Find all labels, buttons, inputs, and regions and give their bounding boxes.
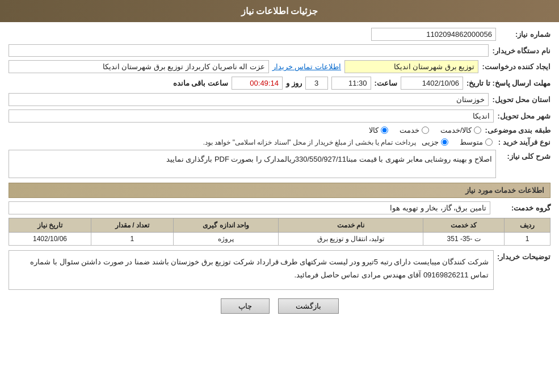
category-radio-group: کالا/خدمت خدمت کالا: [369, 126, 482, 134]
creator-value-field: توزیع برق شهرستان اندیکا: [344, 60, 478, 73]
category-label: طبقه بندی موضوعی:: [485, 126, 550, 134]
deadline-remaining-label: ساعت باقی مانده: [173, 79, 228, 87]
purchase-jozii-label: جزیی: [422, 138, 439, 146]
deadline-remaining-field: 00:49:14: [232, 77, 283, 90]
table-col-date: تاریخ نیاز: [9, 218, 91, 233]
services-section-header: اطلاعات خدمات مورد نیاز: [9, 183, 550, 198]
city-label: شهر محل تحویل:: [497, 112, 550, 120]
city-field: اندیکا: [9, 109, 494, 123]
table-col-unit: واحد اندازه گیری: [173, 218, 279, 233]
deadline-label: مهلت ارسال پاسخ: تا تاریخ:: [466, 79, 550, 87]
table-col-row: ردیف: [505, 218, 550, 233]
need-number-field: 1102094862000056: [371, 28, 496, 41]
buyer-notes-label: توضیحات خریدار:: [497, 250, 550, 261]
cell-code: ت -35- 351: [423, 233, 505, 246]
buyer-org-field: [9, 44, 489, 57]
purchase-note: پرداخت تمام یا بخشی از مبلغ خریدار از مح…: [203, 138, 416, 146]
deadline-time-field: 11:30: [331, 77, 371, 90]
deadline-date-field: 1402/10/06: [401, 77, 463, 90]
buyer-notes-field: شرکت کنندگان میبایست دارای رتبه 5تیرو ود…: [9, 250, 494, 290]
category-kala-khedmat-radio[interactable]: [474, 127, 481, 134]
deadline-days-field: 3: [305, 77, 328, 90]
category-khedmat-radio[interactable]: [422, 127, 429, 134]
service-group-label: گروه خدمت:: [494, 204, 550, 212]
cell-date: 1402/10/06: [9, 233, 91, 246]
category-kala-radio[interactable]: [381, 127, 388, 134]
print-button[interactable]: چاپ: [221, 298, 270, 314]
creator-extra-field: عزت اله ناصریان کاربرداز توزیع برق شهرست…: [9, 60, 269, 73]
services-table: ردیف کد خدمت نام خدمت واحد اندازه گیری ت…: [9, 218, 550, 246]
table-row: 1 ت -35- 351 تولید، انتقال و توزیع برق پ…: [9, 233, 550, 246]
category-khedmat-label: خدمت: [400, 126, 419, 134]
service-group-field: تامین برق، گاز، بخار و تهویه هوا: [9, 201, 490, 214]
purchase-type-radio-group: متوسط جزیی: [422, 138, 493, 146]
cell-name: تولید، انتقال و توزیع برق: [279, 233, 423, 246]
table-col-code: کد خدمت: [423, 218, 505, 233]
cell-count: 1: [91, 233, 174, 246]
category-kala-label: کالا: [369, 126, 379, 134]
cell-row: 1: [505, 233, 550, 246]
description-field: اصلاح و بهینه روشنایی معابر شهری با قیمت…: [9, 150, 496, 178]
page-title: جزئیات اطلاعات نیاز: [0, 0, 559, 22]
category-kala-khedmat-label: کالا/خدمت: [440, 126, 472, 134]
purchase-type-label: نوع فرآیند خرید :: [498, 138, 550, 146]
buttons-row: بازگشت چاپ: [9, 298, 550, 322]
purchase-mottaset-radio[interactable]: [485, 138, 493, 146]
deadline-time-label: ساعت:: [375, 79, 397, 87]
cell-unit: پروژه: [173, 233, 279, 246]
description-label: شرح کلی نیاز:: [499, 150, 550, 161]
province-label: استان محل تحویل:: [492, 95, 550, 104]
table-col-name: نام خدمت: [279, 218, 423, 233]
buyer-org-label: نام دستگاه خریدار:: [492, 47, 550, 55]
creator-contact-link[interactable]: اطلاعات تماس خریدار: [272, 62, 341, 71]
province-field: خوزستان: [9, 93, 489, 106]
deadline-days-label: روز و: [286, 79, 302, 87]
purchase-jozii-radio[interactable]: [441, 138, 448, 146]
back-button[interactable]: بازگشت: [278, 298, 339, 314]
table-col-count: تعداد / مقدار: [91, 218, 174, 233]
purchase-mottaset-label: متوسط: [460, 138, 483, 146]
creator-label: ایجاد کننده درخواست:: [482, 62, 550, 71]
need-number-label: شماره نیاز:: [499, 30, 550, 39]
